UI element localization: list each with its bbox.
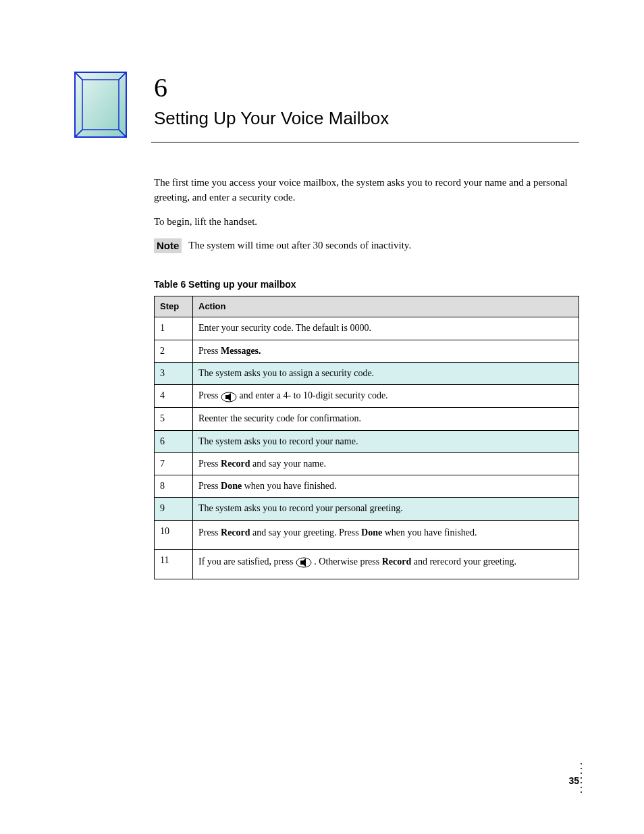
step-num: 1 xyxy=(155,317,193,340)
step-num: 4 xyxy=(155,385,193,408)
note-text: The system will time out after 30 second… xyxy=(188,238,578,253)
step-action: Reenter the security code for confirmati… xyxy=(193,408,579,430)
table-row: 5 Reenter the security code for confirma… xyxy=(155,408,579,430)
step-action: Press Messages. xyxy=(193,340,579,362)
step-action: Press Done when you have finished. xyxy=(193,475,579,498)
step-num: 3 xyxy=(155,362,193,384)
step-action: The system asks you to record your name. xyxy=(193,430,579,452)
table-row: 1 Enter your security code. The default … xyxy=(155,317,579,340)
header-rule xyxy=(151,142,579,142)
step-action: Press and enter a 4- to 10-digit securit… xyxy=(193,385,579,408)
table-row: 2 Press Messages. xyxy=(155,340,579,362)
step-num: 6 xyxy=(155,430,193,452)
table-row: 6 The system asks you to record your nam… xyxy=(155,430,579,452)
table-caption: Table 6 Setting up your mailbox xyxy=(154,278,578,291)
table-row: 9 The system asks you to record your per… xyxy=(155,498,579,520)
step-num: 2 xyxy=(155,340,193,362)
chapter-number: 6 xyxy=(154,72,167,103)
step-action: The system asks you to record your perso… xyxy=(193,498,579,520)
intro-paragraph-2: To begin, lift the handset. xyxy=(154,215,578,230)
step-num: 7 xyxy=(155,452,193,475)
steps-table: Step Action 1 Enter your security code. … xyxy=(154,296,579,579)
step-action: Enter your security code. The default is… xyxy=(193,317,579,340)
step-num: 8 xyxy=(155,475,193,498)
step-num: 9 xyxy=(155,498,193,520)
table-row: 3 The system asks you to assign a securi… xyxy=(155,362,579,384)
table-row: 10 Press Record and say your greeting. P… xyxy=(155,520,579,549)
chapter-icon xyxy=(74,72,127,138)
speaker-icon xyxy=(221,390,237,403)
step-num: 11 xyxy=(155,549,193,579)
note-label: Note xyxy=(154,238,182,253)
chapter-title: Setting Up Your Voice Mailbox xyxy=(154,108,389,129)
col-step: Step xyxy=(155,296,193,317)
table-row: 7 Press Record and say your name. xyxy=(155,452,579,475)
col-action: Action xyxy=(193,296,579,317)
speaker-icon xyxy=(296,556,312,569)
footer-dots xyxy=(581,763,582,793)
step-action: If you are satisfied, press . Otherwise … xyxy=(193,549,579,579)
step-num: 5 xyxy=(155,408,193,430)
intro-paragraph-1: The first time you access your voice mai… xyxy=(154,176,578,205)
table-row: 8 Press Done when you have finished. xyxy=(155,475,579,498)
step-action: Press Record and say your greeting. Pres… xyxy=(193,520,579,549)
page-number: 35 xyxy=(568,775,579,786)
table-row: 11 If you are satisfied, press . Otherwi… xyxy=(155,549,579,579)
step-num: 10 xyxy=(155,520,193,549)
note-block: Note The system will time out after 30 s… xyxy=(154,238,578,253)
step-action: Press Record and say your name. xyxy=(193,452,579,475)
table-row: 4 Press and enter a 4- to 10-digit secur… xyxy=(155,385,579,408)
step-action: The system asks you to assign a security… xyxy=(193,362,579,384)
